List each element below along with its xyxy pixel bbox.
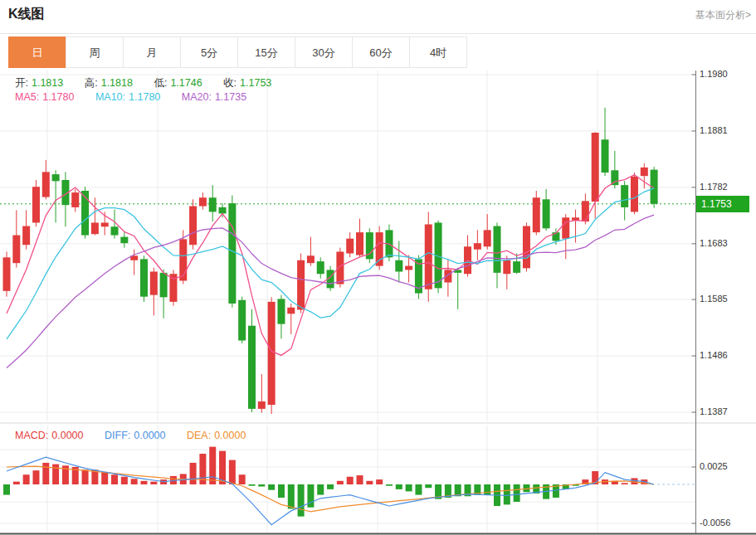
close-label: 收: — [223, 77, 237, 89]
tab-15分[interactable]: 15分 — [237, 36, 295, 68]
high-label: 高: — [85, 77, 98, 89]
macd-axis-label: -0.0056 — [700, 518, 753, 528]
price-axis-label: 1.1881 — [700, 125, 753, 135]
ma-legend: MA5:1.1780 MA10:1.1780 MA20:1.1735 — [15, 91, 250, 103]
ma5-line — [7, 175, 654, 356]
fundamental-analysis-link[interactable]: 基本面分析> — [695, 8, 751, 22]
dea-value: 0.0000 — [214, 430, 246, 441]
header-divider — [0, 33, 756, 34]
tab-30分[interactable]: 30分 — [295, 36, 353, 68]
price-axis-label: 1.1683 — [700, 238, 753, 248]
macd-value: 0.0000 — [51, 430, 83, 441]
tab-5分[interactable]: 5分 — [180, 36, 238, 68]
page-title: K线图 — [8, 6, 45, 23]
macd-histogram — [3, 447, 647, 517]
macd-legend: MACD:0.0000 DIFF:0.0000 DEA:0.0000 — [15, 430, 249, 441]
open-label: 开: — [15, 77, 28, 89]
tab-60分[interactable]: 60分 — [352, 36, 410, 68]
ma10-line — [7, 188, 654, 339]
price-axis-label: 1.1486 — [700, 350, 753, 360]
ma5-value: 1.1780 — [42, 91, 74, 103]
low-label: 低: — [154, 77, 167, 89]
ma10-value: 1.1780 — [129, 91, 160, 103]
ma5-label: MA5: — [15, 91, 39, 103]
close-value: 1.1753 — [240, 77, 271, 89]
high-value: 1.1818 — [101, 77, 133, 89]
ma20-value: 1.1735 — [215, 91, 246, 103]
tab-月[interactable]: 月 — [123, 36, 181, 68]
price-axis-label: 1.1585 — [700, 294, 753, 304]
diff-value: 0.0000 — [134, 430, 165, 441]
price-axis-label: 1.1782 — [700, 182, 753, 192]
current-price-badge: 1.1753 — [696, 196, 749, 212]
kline-page: K线图 基本面分析> 日周月5分15分30分60分4时 开:1.1813 高:1… — [0, 0, 756, 535]
timeframe-tabbar: 日周月5分15分30分60分4时 — [8, 36, 467, 68]
macd-axis-label: 0.0025 — [700, 461, 753, 471]
candles-group — [3, 108, 658, 414]
tab-日[interactable]: 日 — [8, 36, 66, 68]
ohlc-legend: 开:1.1813 高:1.1818 低:1.1746 收:1.1753 — [15, 76, 275, 90]
ma10-label: MA10: — [95, 91, 125, 103]
diff-label: DIFF: — [105, 430, 130, 441]
dea-label: DEA: — [187, 430, 211, 441]
tab-4时[interactable]: 4时 — [409, 36, 467, 68]
tab-周[interactable]: 周 — [66, 36, 124, 68]
macd-label: MACD: — [15, 430, 48, 441]
open-value: 1.1813 — [32, 77, 63, 89]
price-axis-label: 1.1980 — [700, 69, 753, 79]
low-value: 1.1746 — [170, 77, 202, 89]
ma20-label: MA20: — [182, 91, 212, 103]
price-axis-label: 1.1387 — [700, 406, 753, 416]
